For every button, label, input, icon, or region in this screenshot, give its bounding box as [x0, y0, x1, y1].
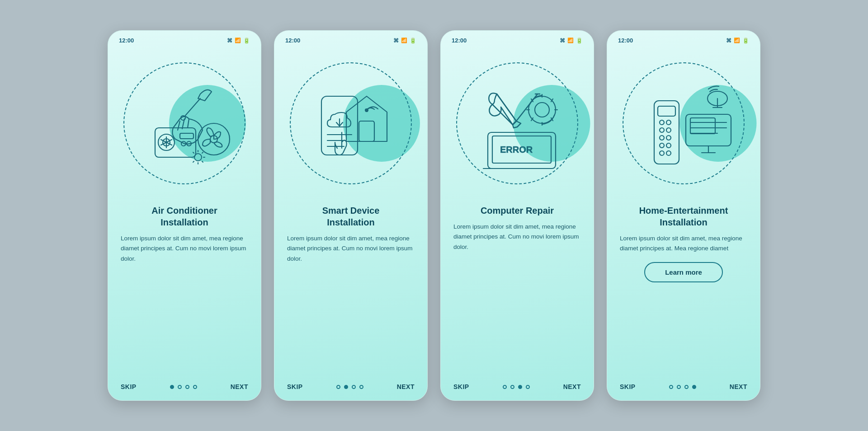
svg-point-61	[660, 151, 664, 155]
dot-4-4	[692, 385, 696, 389]
dot-1-4	[193, 385, 197, 389]
svg-line-2	[178, 121, 180, 130]
svg-point-59	[660, 143, 664, 148]
battery-icon-4: 🔋	[742, 37, 749, 44]
card-content-1: Air ConditionerInstallation Lorem ipsum …	[108, 200, 261, 375]
svg-rect-5	[155, 128, 196, 157]
svg-line-21	[193, 152, 194, 153]
wifi-icon-2: ⌘	[393, 37, 399, 44]
signal-icon-4: 📶	[734, 37, 740, 43]
card-title-2: Smart DeviceInstallation	[287, 205, 415, 228]
card-air-conditioner: 12:00 ⌘ 📶 🔋	[108, 30, 261, 401]
skip-label-2[interactable]: SKIP	[287, 383, 303, 390]
dot-3-2	[510, 385, 514, 389]
card-computer-repair: 12:00 ⌘ 📶 🔋	[440, 30, 594, 401]
illustration-1	[108, 47, 261, 200]
dot-1-3	[185, 385, 189, 389]
signal-icon-3: 📶	[567, 37, 574, 43]
dot-4-2	[677, 385, 681, 389]
signal-icon-1: 📶	[235, 37, 241, 43]
dot-2-3	[352, 385, 356, 389]
dot-1-1	[170, 385, 174, 389]
svg-point-56	[666, 128, 671, 132]
wifi-icon-3: ⌘	[560, 37, 565, 44]
dots-3	[503, 385, 530, 389]
status-icons-4: ⌘ 📶 🔋	[726, 37, 749, 44]
svg-rect-52	[658, 106, 675, 116]
status-icons-1: ⌘ 📶 🔋	[227, 37, 250, 44]
status-icons-2: ⌘ 📶 🔋	[393, 37, 416, 44]
next-label-1[interactable]: NEXT	[231, 383, 248, 390]
card-content-2: Smart DeviceInstallation Lorem ipsum dol…	[274, 200, 427, 375]
dots-4	[669, 385, 696, 389]
next-label-2[interactable]: NEXT	[397, 383, 415, 390]
dot-3-3	[518, 385, 522, 389]
svg-point-62	[666, 151, 671, 155]
next-label-3[interactable]: NEXT	[563, 383, 581, 390]
svg-point-53	[660, 120, 664, 125]
battery-icon-1: 🔋	[243, 37, 250, 44]
bottom-nav-3: SKIP NEXT	[441, 375, 594, 400]
illustration-3: ERROR	[441, 47, 594, 200]
card-description-4: Lorem ipsum dolor sit dim amet, mea regi…	[620, 234, 747, 254]
svg-computer-repair: ERROR	[463, 69, 571, 178]
bottom-nav-1: SKIP NEXT	[108, 375, 261, 400]
svg-point-60	[666, 143, 671, 148]
svg-marker-30	[346, 96, 387, 141]
battery-icon-3: 🔋	[576, 37, 583, 44]
svg-smart-device	[297, 69, 405, 178]
svg-point-58	[666, 136, 671, 140]
bottom-nav-2: SKIP NEXT	[274, 375, 427, 400]
svg-home-entertainment	[629, 69, 738, 178]
dot-4-1	[669, 385, 673, 389]
card-title-4: Home-EntertainmentInstallation	[620, 205, 747, 228]
svg-text:ERROR: ERROR	[500, 145, 533, 155]
skip-label-3[interactable]: SKIP	[453, 383, 469, 390]
svg-rect-11	[180, 133, 193, 139]
svg-point-38	[535, 103, 549, 117]
illustration-2	[274, 47, 427, 200]
svg-point-54	[666, 120, 671, 125]
svg-rect-63	[686, 114, 731, 146]
skip-label-1[interactable]: SKIP	[121, 383, 137, 390]
svg-point-55	[660, 128, 664, 132]
dot-3-1	[503, 385, 507, 389]
card-content-4: Home-EntertainmentInstallation Lorem ips…	[607, 200, 760, 375]
card-smart-device: 12:00 ⌘ 📶 🔋	[274, 30, 428, 401]
cards-container: 12:00 ⌘ 📶 🔋	[108, 30, 760, 401]
svg-point-16	[194, 154, 202, 161]
svg-line-24	[193, 161, 194, 162]
card-description-2: Lorem ipsum dolor sit dim amet, mea regi…	[287, 234, 415, 264]
status-time-2: 12:00	[285, 37, 300, 44]
status-time-3: 12:00	[452, 37, 467, 44]
svg-line-22	[202, 161, 203, 162]
status-bar-2: 12:00 ⌘ 📶 🔋	[274, 31, 427, 47]
illustration-4	[607, 47, 760, 200]
status-bar-3: 12:00 ⌘ 📶 🔋	[441, 31, 594, 47]
svg-line-4	[188, 119, 189, 128]
skip-label-4[interactable]: SKIP	[620, 383, 636, 390]
learn-more-button[interactable]: Learn more	[644, 262, 723, 282]
status-bar-1: 12:00 ⌘ 📶 🔋	[108, 31, 261, 47]
dots-1	[170, 385, 197, 389]
dots-2	[336, 385, 363, 389]
status-time-1: 12:00	[119, 37, 134, 44]
card-description-1: Lorem ipsum dolor sit dim amet, mea regi…	[121, 234, 248, 264]
svg-ac-installation	[130, 69, 239, 178]
card-title-1: Air ConditionerInstallation	[121, 205, 248, 228]
svg-point-32	[365, 109, 368, 112]
card-description-3: Lorem ipsum dolor sit dim amet, mea regi…	[453, 222, 581, 252]
svg-rect-67	[690, 118, 715, 134]
card-content-3: Computer Repair Lorem ipsum dolor sit di…	[441, 200, 594, 375]
svg-line-23	[202, 152, 203, 153]
wifi-icon-4: ⌘	[726, 37, 731, 44]
status-icons-3: ⌘ 📶 🔋	[560, 37, 583, 44]
next-label-4[interactable]: NEXT	[730, 383, 747, 390]
status-bar-4: 12:00 ⌘ 📶 🔋	[607, 31, 760, 47]
signal-icon-2: 📶	[401, 37, 407, 43]
status-time-4: 12:00	[618, 37, 633, 44]
svg-line-0	[184, 98, 200, 117]
card-home-entertainment: 12:00 ⌘ 📶 🔋	[607, 30, 760, 401]
dot-3-4	[526, 385, 530, 389]
dot-2-2	[344, 385, 348, 389]
